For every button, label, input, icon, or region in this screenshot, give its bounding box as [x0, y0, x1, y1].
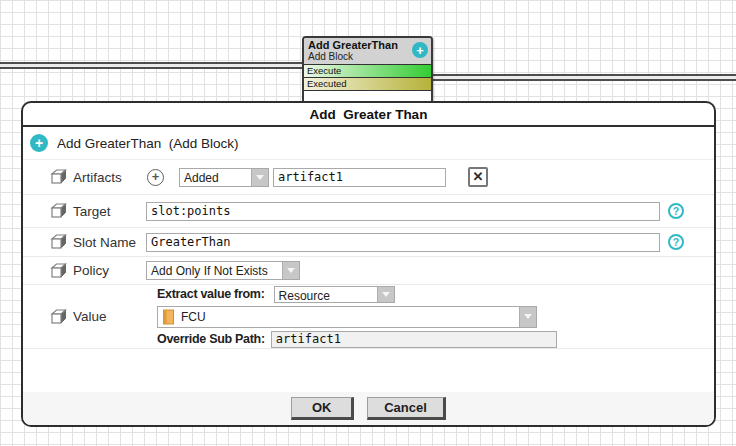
value-source-value: FCU: [181, 310, 206, 324]
artifacts-label: Artifacts: [73, 170, 146, 185]
wire-execute-in: [0, 62, 303, 69]
value-label: Value: [73, 309, 146, 324]
cube-icon: [50, 233, 68, 251]
extract-from-dropdown[interactable]: Resource: [274, 286, 395, 303]
slot-name-label: Slot Name: [73, 235, 146, 250]
node-add-greaterthan[interactable]: Add GreaterThan Add Block + Execute Exec…: [302, 36, 433, 104]
add-plus-icon: +: [30, 134, 48, 152]
artifact-mode-value: Added: [180, 169, 251, 186]
node-editor-canvas: Add GreaterThan Add Block + Execute Exec…: [0, 0, 736, 446]
chevron-down-icon[interactable]: [377, 287, 394, 302]
cube-icon: [50, 202, 68, 220]
help-icon[interactable]: ?: [668, 203, 684, 219]
slot-name-input[interactable]: [146, 233, 660, 252]
artifacts-row: Artifacts + Added ✕: [23, 160, 714, 195]
policy-row: Policy Add Only If Not Exists: [23, 257, 714, 285]
cancel-button[interactable]: Cancel: [367, 397, 446, 420]
target-row: Target ?: [23, 195, 714, 228]
dialog-add-greater-than: Add Greater Than + Add GreaterThan (Add …: [21, 101, 716, 427]
dialog-header-row: + Add GreaterThan (Add Block): [23, 127, 714, 160]
node-title: Add GreaterThan: [308, 39, 427, 51]
dialog-spacer: [23, 349, 714, 392]
resource-scroll-icon: [162, 309, 175, 325]
dialog-footer: OK Cancel: [23, 392, 714, 425]
override-sub-path-label: Override Sub Path:: [157, 332, 265, 346]
remove-artifact-button[interactable]: ✕: [468, 167, 488, 187]
value-source-dropdown[interactable]: FCU: [157, 306, 537, 328]
extract-value-from-label: Extract value from:: [157, 287, 265, 301]
node-header[interactable]: Add GreaterThan Add Block +: [304, 38, 431, 65]
cube-icon: [50, 262, 68, 280]
dialog-header-text: Add GreaterThan (Add Block): [57, 136, 239, 151]
node-subtitle: Add Block: [308, 51, 427, 62]
target-label: Target: [73, 204, 146, 219]
pin-execute[interactable]: Execute: [304, 65, 431, 78]
policy-dropdown[interactable]: Add Only If Not Exists: [146, 261, 300, 280]
wire-executed-out: [433, 74, 736, 81]
policy-label: Policy: [73, 263, 146, 278]
policy-value: Add Only If Not Exists: [147, 262, 282, 279]
artifact-mode-dropdown[interactable]: Added: [179, 168, 269, 187]
target-input[interactable]: [146, 202, 660, 221]
cube-icon: [50, 308, 68, 326]
add-plus-icon[interactable]: +: [412, 42, 428, 58]
pin-executed[interactable]: Executed: [304, 78, 431, 91]
chevron-down-icon[interactable]: [282, 262, 299, 279]
help-icon[interactable]: ?: [668, 234, 684, 250]
dialog-title: Add Greater Than: [23, 103, 714, 127]
override-sub-path-input[interactable]: [271, 331, 557, 348]
add-artifact-icon[interactable]: +: [147, 169, 164, 186]
ok-button[interactable]: OK: [291, 397, 354, 420]
cube-icon: [50, 168, 68, 186]
chevron-down-icon[interactable]: [519, 307, 536, 327]
value-row: Value Extract value from: Resource: [23, 285, 714, 349]
slot-name-row: Slot Name ?: [23, 228, 714, 257]
extract-from-value: Resource: [275, 287, 377, 302]
artifact-name-input[interactable]: [273, 168, 446, 187]
chevron-down-icon[interactable]: [251, 169, 268, 186]
